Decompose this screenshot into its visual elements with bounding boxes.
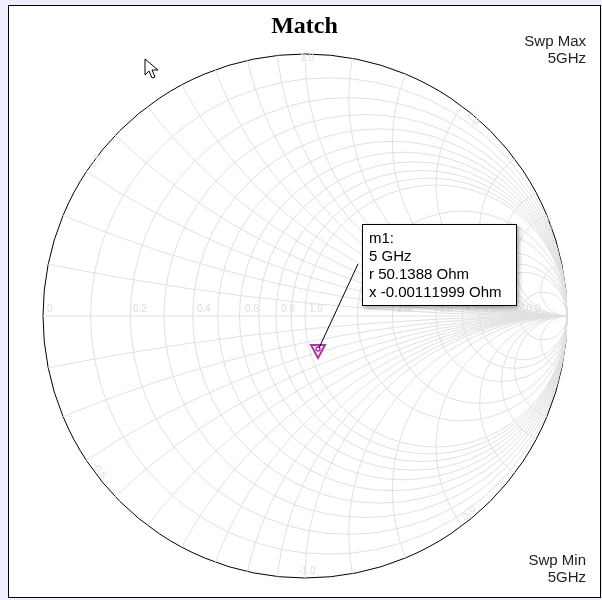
svg-text:0.6: 0.6 — [245, 303, 259, 314]
chart-title: Match — [9, 12, 600, 39]
svg-point-32 — [392, 316, 583, 594]
smith-chart[interactable]: 0 0.2 0.4 0.6 0.8 1.0 2.0 3.0 4.0 5.0 10… — [27, 38, 583, 594]
svg-point-20 — [27, 316, 583, 594]
svg-text:1.0: 1.0 — [309, 303, 323, 314]
chart-frame: Match Swp Max 5GHz Swp Min 5GHz — [8, 5, 601, 598]
svg-point-28 — [240, 316, 584, 594]
svg-text:0.8: 0.8 — [281, 303, 295, 314]
svg-point-36 — [480, 316, 583, 491]
svg-point-46 — [27, 316, 583, 594]
svg-text:-0.5: -0.5 — [90, 460, 109, 481]
svg-text:2.0: 2.0 — [465, 109, 482, 127]
smith-chart-svg: 0 0.2 0.4 0.6 0.8 1.0 2.0 3.0 4.0 5.0 10… — [27, 38, 583, 594]
svg-text:0.4: 0.4 — [197, 303, 211, 314]
svg-text:10.0: 10.0 — [521, 303, 541, 314]
svg-point-48 — [193, 316, 583, 594]
svg-text:-0.5: -0.5 — [85, 151, 104, 172]
svg-point-44 — [27, 316, 583, 594]
svg-text:1.0: 1.0 — [300, 52, 314, 63]
marker-readout-box[interactable]: m1: 5 GHz r 50.1388 Ohm x -0.00111999 Oh… — [362, 224, 517, 306]
svg-text:-1.0: -1.0 — [298, 565, 316, 576]
svg-point-24 — [43, 316, 583, 594]
svg-point-22 — [27, 316, 583, 594]
marker-freq: 5 GHz — [369, 247, 510, 265]
svg-text:0: 0 — [47, 303, 53, 314]
marker-x: x -0.00111999 Ohm — [369, 283, 510, 301]
svg-text:-2.0: -2.0 — [459, 503, 479, 524]
marker-r: r 50.1388 Ohm — [369, 265, 510, 283]
marker-id: m1: — [369, 229, 510, 247]
svg-text:0.2: 0.2 — [133, 303, 147, 314]
